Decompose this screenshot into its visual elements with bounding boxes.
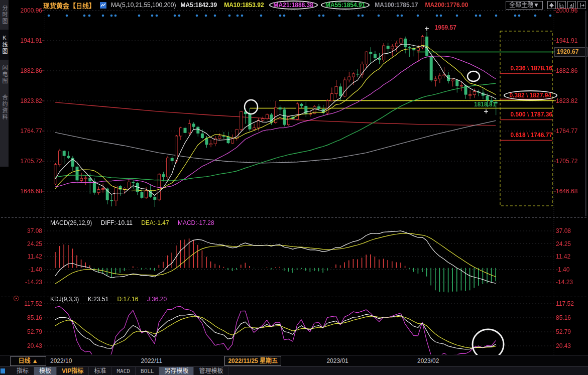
date-tick-3: 2023/02 bbox=[417, 357, 439, 364]
time-axis-row: 日线 ▲ 2022/102022/112023/012023/02 2022/1… bbox=[0, 355, 588, 367]
macd-ticks-l-tick-4: -14.23 bbox=[11, 279, 42, 286]
date-tick-2: 2023/01 bbox=[326, 357, 348, 364]
chart-canvas[interactable] bbox=[0, 0, 588, 375]
kdj-ticks-r-tick-3: 20.43 bbox=[556, 342, 587, 349]
macd-header[interactable]: MACD(26,12,9) DIFF:-10.11 DEA:-1.47 MACD… bbox=[50, 219, 221, 226]
kdj-ticks-l-tick-2: 52.79 bbox=[11, 328, 42, 335]
main-ticks-l-tick-6: 1646.68 bbox=[11, 188, 42, 195]
theme-dropdown-button[interactable]: 全部主题▼ bbox=[506, 1, 543, 10]
bottom-tab-3[interactable]: 标准 bbox=[89, 367, 111, 375]
sidebar-item-3[interactable]: 合约资料 bbox=[0, 89, 9, 126]
macd-dea-value: DEA:-1.47 bbox=[141, 219, 169, 226]
main-ticks-r-tick-2: 1882.86 bbox=[556, 67, 587, 74]
ma-value-3: MA55:1854.91 bbox=[321, 1, 370, 10]
kdj-ticks-l-tick-0: 117.52 bbox=[11, 300, 42, 307]
macd-ticks-l-tick-1: 24.25 bbox=[11, 240, 42, 247]
macd-ticks-l-tick-2: 11.42 bbox=[11, 253, 42, 260]
ma-value-2: MA21:1888.38 bbox=[269, 1, 318, 10]
kdj-j-value: J:36.20 bbox=[147, 296, 167, 303]
fib-level-2: 0.500 \ 1787.36 bbox=[482, 111, 552, 118]
bottom-tab-6[interactable]: 另存模板 bbox=[159, 367, 194, 375]
bottom-tab-bar: 指标模板VIP指标标准MACDBOLL另存模板管理模板 bbox=[0, 366, 588, 375]
ma-value-5: MA200:1776.00 bbox=[425, 2, 468, 9]
instrument-title: 现货黄金【日线】 bbox=[43, 1, 95, 10]
blue-chip-icon bbox=[1, 368, 5, 373]
main-ticks-r-tick-0: 2000.96 bbox=[556, 7, 587, 14]
main-ticks-r-tick-5: 1705.72 bbox=[556, 158, 587, 165]
bottom-tab-7[interactable]: 管理模板 bbox=[194, 367, 228, 375]
main-ticks-l-tick-5: 1705.72 bbox=[11, 158, 42, 165]
bottom-tab-0[interactable]: 指标 bbox=[12, 367, 34, 375]
macd-ticks-r-tick-3: -1.40 bbox=[556, 266, 587, 273]
macd-ticks-l-tick-3: -1.40 bbox=[11, 266, 42, 273]
vertical-scrollbar[interactable] bbox=[585, 11, 586, 216]
sidebar-item-2[interactable]: 闪电图 bbox=[0, 60, 9, 89]
fib-level-label-0.236: 0.236 \ 1878.16 bbox=[511, 65, 552, 72]
ma-settings-label: MA(5,10,21,55,100,200) bbox=[111, 2, 176, 9]
left-sidebar: 分时图K线图闪电图合约资料 bbox=[0, 0, 9, 167]
macd-name: MACD(26,12,9) bbox=[50, 219, 92, 226]
fib-level-0: 0.236 \ 1878.16 bbox=[482, 65, 552, 72]
main-ticks-l-tick-3: 1823.82 bbox=[11, 97, 42, 104]
date-tick-0: 2022/10 bbox=[50, 357, 72, 364]
period-selector-button[interactable]: 日线 ▲ bbox=[10, 356, 46, 366]
ma-value-0: MA5:1842.39 bbox=[180, 2, 217, 9]
chart-application: 分时图K线图闪电图合约资料 现货黄金【日线】 MA(5,10,21,55,100… bbox=[0, 0, 588, 375]
fib-level-label-0.618: 0.618 \ 1746.77 bbox=[511, 132, 552, 139]
main-ticks-l-tick-0: 2000.96 bbox=[11, 7, 42, 14]
line-chart-icon[interactable] bbox=[100, 2, 106, 9]
main-ticks-l-tick-1: 1941.91 bbox=[11, 37, 42, 44]
main-ticks-l-tick-4: 1764.77 bbox=[11, 128, 42, 135]
bottom-tab-2[interactable]: VIP指标 bbox=[57, 367, 89, 375]
main-ticks-r-tick-1: 1941.91 bbox=[556, 37, 587, 44]
main-ticks-r-tick-6: 1646.68 bbox=[556, 188, 587, 195]
main-ticks-r-tick-4: 1764.77 bbox=[556, 128, 587, 135]
peak-price-label: 1959.57 bbox=[435, 24, 456, 31]
fib-level-label-0.500: 0.500 \ 1787.36 bbox=[511, 111, 552, 118]
macd-macd-value: MACD:-17.28 bbox=[178, 219, 214, 226]
macd-diff-value: DIFF:-10.11 bbox=[101, 219, 133, 226]
main-ticks-l-tick-2: 1882.86 bbox=[11, 67, 42, 74]
kdj-header[interactable]: KDJ(9,3,3) K:23.51 D:17.16 J:36.20 bbox=[50, 296, 174, 303]
macd-ticks-r-tick-0: 37.08 bbox=[556, 227, 587, 234]
kdj-ticks-r-tick-2: 52.79 bbox=[556, 328, 587, 335]
kdj-name: KDJ(9,3,3) bbox=[50, 296, 79, 303]
sidebar-item-0[interactable]: 分时图 bbox=[0, 0, 9, 30]
date-tick-1: 2022/11 bbox=[141, 357, 163, 364]
kdj-ticks-l-tick-1: 85.16 bbox=[11, 314, 42, 321]
main-ticks-r-tick-3: 1823.82 bbox=[556, 97, 587, 104]
kdj-ticks-r-tick-1: 85.16 bbox=[556, 314, 587, 321]
ma-value-1: MA10:1853.92 bbox=[224, 2, 264, 9]
fib-level-3: 0.618 \ 1746.77 bbox=[482, 132, 552, 139]
bottom-tab-4[interactable]: MACD bbox=[111, 367, 136, 375]
top-indicator-bar: 现货黄金【日线】 MA(5,10,21,55,100,200) MA5:1842… bbox=[10, 0, 588, 10]
highlighted-date[interactable]: 2022/11/25 星期五 bbox=[224, 356, 281, 366]
sidebar-item-1[interactable]: K线图 bbox=[0, 30, 9, 60]
fib-level-1: 0.382 \ 1827.94 bbox=[482, 90, 552, 100]
kdj-ticks-l-tick-3: 20.43 bbox=[11, 342, 42, 349]
ma-values: MA5:1842.39MA10:1853.92MA21:1888.38MA55:… bbox=[180, 1, 468, 10]
bottom-tab-5[interactable]: BOLL bbox=[136, 367, 160, 375]
last-price-label: 1818.81 bbox=[474, 101, 496, 108]
kdj-ticks-r-tick-0: 117.52 bbox=[556, 300, 587, 307]
macd-ticks-r-tick-4: -14.23 bbox=[556, 279, 587, 286]
macd-ticks-l-tick-0: 37.08 bbox=[11, 227, 42, 234]
kdj-d-value: D:17.16 bbox=[117, 296, 138, 303]
ma-value-4: MA100:1785.17 bbox=[375, 2, 418, 9]
bottom-tab-1[interactable]: 模板 bbox=[34, 367, 57, 375]
macd-ticks-r-tick-2: 11.42 bbox=[556, 253, 587, 260]
crosshair-icon[interactable] bbox=[547, 1, 556, 9]
fib-level-label-0.382: 0.382 \ 1827.94 bbox=[504, 90, 557, 100]
price-alert-tag[interactable]: 1920.67 bbox=[554, 47, 587, 57]
macd-ticks-r-tick-1: 24.25 bbox=[556, 240, 587, 247]
kdj-k-value: K:23.51 bbox=[88, 296, 108, 303]
